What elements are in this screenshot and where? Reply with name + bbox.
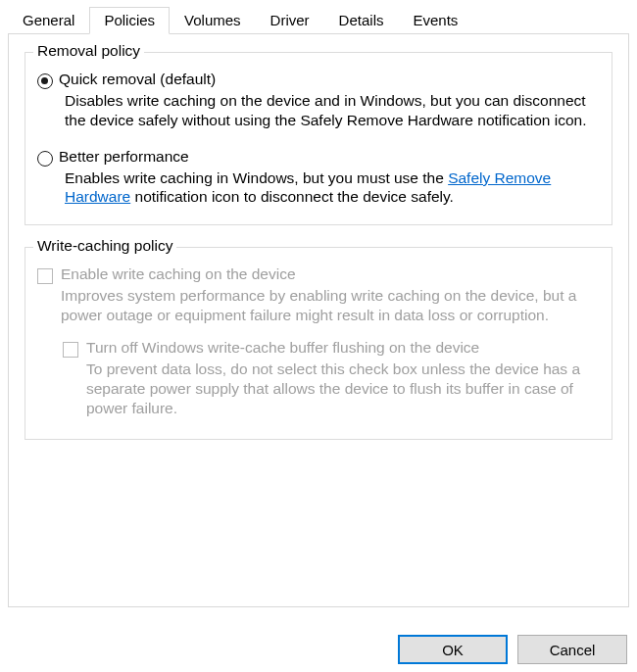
- removal-policy-group: Removal policy Quick removal (default) D…: [24, 52, 612, 225]
- turn-off-flush-option: Turn off Windows write-cache buffer flus…: [63, 339, 600, 358]
- better-performance-option[interactable]: Better performance: [37, 148, 600, 167]
- quick-removal-description: Disables write caching on the device and…: [65, 91, 596, 130]
- quick-removal-option[interactable]: Quick removal (default): [37, 71, 600, 89]
- removal-policy-title: Removal policy: [33, 42, 144, 60]
- turn-off-flush-label: Turn off Windows write-cache buffer flus…: [86, 339, 479, 357]
- better-desc-post: notification icon to disconnect the devi…: [130, 188, 454, 205]
- better-performance-label: Better performance: [59, 148, 189, 166]
- tab-policies[interactable]: Policies: [89, 7, 170, 34]
- tab-events[interactable]: Events: [398, 7, 472, 33]
- policies-tab-panel: Removal policy Quick removal (default) D…: [8, 33, 629, 607]
- checkbox-icon: [63, 342, 78, 358]
- tab-driver[interactable]: Driver: [256, 7, 324, 33]
- checkbox-icon: [37, 268, 53, 284]
- write-caching-policy-group: Write-caching policy Enable write cachin…: [24, 247, 612, 440]
- radio-icon: [37, 151, 53, 167]
- better-performance-description: Enables write caching in Windows, but yo…: [65, 168, 596, 208]
- radio-icon: [37, 73, 53, 89]
- tab-volumes[interactable]: Volumes: [170, 7, 256, 33]
- dialog-buttons: OK Cancel: [398, 635, 627, 664]
- ok-button[interactable]: OK: [398, 635, 508, 664]
- device-properties-dialog: General Policies Volumes Driver Details …: [0, 0, 637, 672]
- enable-write-caching-description: Improves system performance by enabling …: [61, 286, 596, 325]
- quick-removal-label: Quick removal (default): [59, 71, 216, 88]
- better-desc-pre: Enables write caching in Windows, but yo…: [65, 169, 448, 186]
- enable-write-caching-option: Enable write caching on the device: [37, 265, 600, 284]
- write-caching-title: Write-caching policy: [33, 237, 176, 255]
- enable-write-caching-label: Enable write caching on the device: [61, 265, 296, 283]
- tab-strip: General Policies Volumes Driver Details …: [8, 2, 629, 33]
- turn-off-flush-description: To prevent data loss, do not select this…: [86, 360, 596, 417]
- tab-details[interactable]: Details: [324, 7, 399, 33]
- tab-general[interactable]: General: [8, 7, 89, 33]
- cancel-button[interactable]: Cancel: [517, 635, 627, 664]
- flush-nested-group: Turn off Windows write-cache buffer flus…: [63, 339, 600, 417]
